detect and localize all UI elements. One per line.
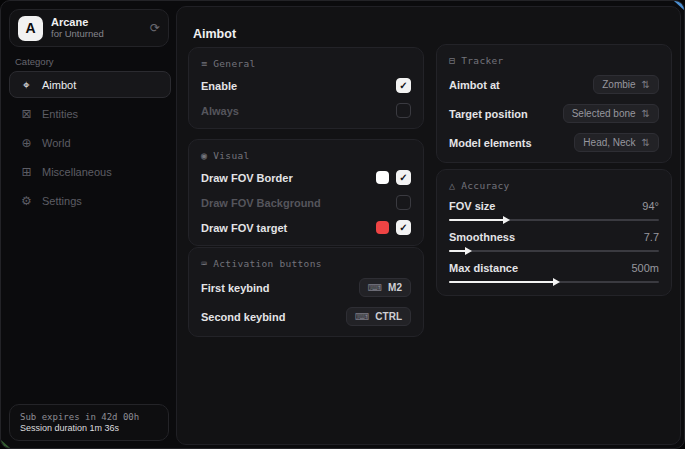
keyboard-icon: ⌨ (201, 258, 207, 269)
scan-icon: ⊟ (449, 55, 455, 66)
setting-label: Second keybind (201, 311, 285, 323)
entities-icon: ⊠ (20, 107, 33, 121)
card-header-label: Visual (213, 150, 249, 161)
sidebar-item-label: Aimbot (42, 79, 76, 91)
brand-title: Arcane (51, 16, 142, 29)
enable-checkbox[interactable] (396, 78, 411, 93)
keybind-value: M2 (388, 282, 402, 293)
setting-row-enable: Enable (201, 78, 411, 93)
setting-row-fov-background: Draw FOV Background (201, 195, 411, 210)
slider-value: 94° (642, 200, 659, 212)
select-arrows-icon: ⇅ (642, 79, 650, 90)
accuracy-card: △ Accuracy FOV size 94° Smoothness 7.7 (436, 169, 672, 296)
slider-fill (449, 281, 554, 283)
subscription-status-card: Sub expires in 42d 00h Session duration … (9, 404, 169, 441)
smoothness-slider[interactable] (449, 250, 659, 252)
fov-background-checkbox[interactable] (396, 195, 411, 210)
crosshair-icon: ⌖ (20, 78, 33, 92)
card-header-label: General (213, 58, 255, 69)
setting-label: Enable (201, 80, 237, 92)
fov-border-checkbox[interactable] (396, 170, 411, 185)
setting-row-first-keybind: First keybind ⌨ M2 (201, 278, 411, 297)
main-panel: Aimbot ≡ General Enable Always ◉ Visual (176, 6, 681, 445)
setting-row-model-elements: Model elements Head, Neck ⇅ (449, 133, 659, 152)
select-value: Selected bone (572, 108, 636, 119)
target-position-select[interactable]: Selected bone ⇅ (563, 104, 659, 123)
sidebar-item-label: Entities (42, 108, 78, 120)
sidebar-item-aimbot[interactable]: ⌖ Aimbot (9, 71, 171, 98)
general-card-header: ≡ General (201, 58, 411, 69)
sidebar-item-label: Settings (42, 195, 82, 207)
aimbot-at-select[interactable]: Zombie ⇅ (593, 75, 659, 94)
setting-label: Aimbot at (449, 79, 500, 91)
select-value: Head, Neck (583, 137, 635, 148)
keybind-value: CTRL (375, 311, 402, 322)
sidebar-item-label: World (42, 137, 71, 149)
setting-label: Always (201, 105, 239, 117)
fov-border-color-swatch[interactable] (376, 171, 389, 184)
setting-label: Model elements (449, 137, 532, 149)
setting-row-smoothness: Smoothness 7.7 (449, 231, 659, 252)
keyboard-icon: ⌨ (368, 282, 382, 293)
brand-text: Arcane for Unturned (51, 16, 142, 40)
globe-icon: ⊕ (20, 136, 33, 150)
brand-subtitle: for Unturned (51, 29, 142, 40)
slider-fill (449, 219, 504, 221)
activation-card: ⌨ Activation buttons First keybind ⌨ M2 … (188, 247, 424, 337)
card-header-label: Tracker (461, 55, 503, 66)
cursor (674, 1, 684, 10)
page-title: Aimbot (193, 27, 236, 41)
card-header-label: Accuracy (461, 180, 509, 191)
corner-glow (1, 440, 10, 448)
setting-row-fov-size: FOV size 94° (449, 200, 659, 221)
setting-label: Smoothness (449, 231, 515, 243)
select-arrows-icon: ⇅ (642, 108, 650, 119)
setting-label: Target position (449, 108, 528, 120)
accuracy-card-header: △ Accuracy (449, 180, 659, 191)
slider-value: 7.7 (644, 231, 659, 243)
sync-icon[interactable]: ⟳ (150, 21, 160, 35)
setting-label: Max distance (449, 262, 518, 274)
tracker-card-header: ⊟ Tracker (449, 55, 659, 66)
always-checkbox[interactable] (396, 103, 411, 118)
fov-target-color-swatch[interactable] (376, 221, 389, 234)
sidebar-nav: ⌖ Aimbot ⊠ Entities ⊕ World ⊞ Miscellane… (9, 71, 171, 216)
sidebar-item-world[interactable]: ⊕ World (9, 129, 171, 156)
second-keybind-button[interactable]: ⌨ CTRL (346, 307, 411, 326)
setting-row-fov-target: Draw FOV target (201, 220, 411, 235)
session-duration-text: Session duration 1m 36s (20, 423, 158, 433)
setting-label: Draw FOV Border (201, 172, 293, 184)
setting-label: First keybind (201, 282, 269, 294)
triangle-icon: △ (449, 180, 455, 191)
sliders-icon: ≡ (201, 58, 207, 69)
keyboard-icon: ⌨ (355, 311, 369, 322)
setting-label: FOV size (449, 200, 495, 212)
setting-row-second-keybind: Second keybind ⌨ CTRL (201, 307, 411, 326)
fov-size-slider[interactable] (449, 219, 659, 221)
setting-row-max-distance: Max distance 500m (449, 262, 659, 283)
sidebar-item-label: Miscellaneous (42, 166, 112, 178)
app-window: A Arcane for Unturned ⟳ Category ⌖ Aimbo… (0, 0, 685, 449)
slider-value: 500m (631, 262, 659, 274)
brand-logo: A (18, 16, 43, 41)
setting-label: Draw FOV target (201, 222, 287, 234)
setting-label: Draw FOV Background (201, 197, 321, 209)
general-card: ≡ General Enable Always (188, 47, 424, 129)
gear-icon: ⚙ (20, 194, 33, 208)
tracker-card: ⊟ Tracker Aimbot at Zombie ⇅ Target posi… (436, 44, 672, 163)
visual-card-header: ◉ Visual (201, 150, 411, 161)
sidebar: A Arcane for Unturned ⟳ Category ⌖ Aimbo… (1, 1, 176, 448)
sidebar-item-entities[interactable]: ⊠ Entities (9, 100, 171, 127)
setting-row-aimbot-at: Aimbot at Zombie ⇅ (449, 75, 659, 94)
setting-row-target-position: Target position Selected bone ⇅ (449, 104, 659, 123)
sidebar-item-settings[interactable]: ⚙ Settings (9, 187, 171, 214)
card-header-label: Activation buttons (213, 258, 321, 269)
brand-card: A Arcane for Unturned ⟳ (9, 9, 169, 47)
sidebar-item-miscellaneous[interactable]: ⊞ Miscellaneous (9, 158, 171, 185)
first-keybind-button[interactable]: ⌨ M2 (359, 278, 411, 297)
model-elements-select[interactable]: Head, Neck ⇅ (574, 133, 659, 152)
select-arrows-icon: ⇅ (642, 137, 650, 148)
fov-target-checkbox[interactable] (396, 220, 411, 235)
category-label: Category (15, 56, 54, 67)
max-distance-slider[interactable] (449, 281, 659, 283)
